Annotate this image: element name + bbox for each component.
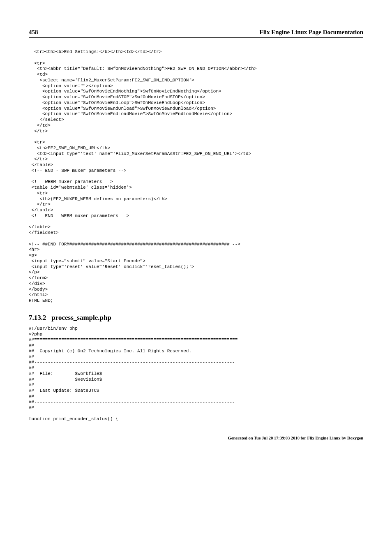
page-header: 458 Flix Engine Linux Page Documentation [29,29,363,38]
section-number: 7.13.2 [29,314,46,321]
section-title: process_sample.php [51,314,111,321]
code-block-2: #!/usr/bin/env php <?php ##=============… [29,326,363,422]
page: 458 Flix Engine Linux Page Documentation… [0,0,392,457]
code-block-1: <tr><th><b>End Settings:</b></th><td></t… [29,49,363,304]
footer-text: Generated on Tue Jul 20 17:39:03 2010 fo… [228,436,363,440]
section-heading: 7.13.2 process_sample.php [29,314,363,322]
page-footer: Generated on Tue Jul 20 17:39:03 2010 fo… [29,434,363,440]
page-title: Flix Engine Linux Page Documentation [259,29,363,36]
page-number: 458 [29,29,38,36]
